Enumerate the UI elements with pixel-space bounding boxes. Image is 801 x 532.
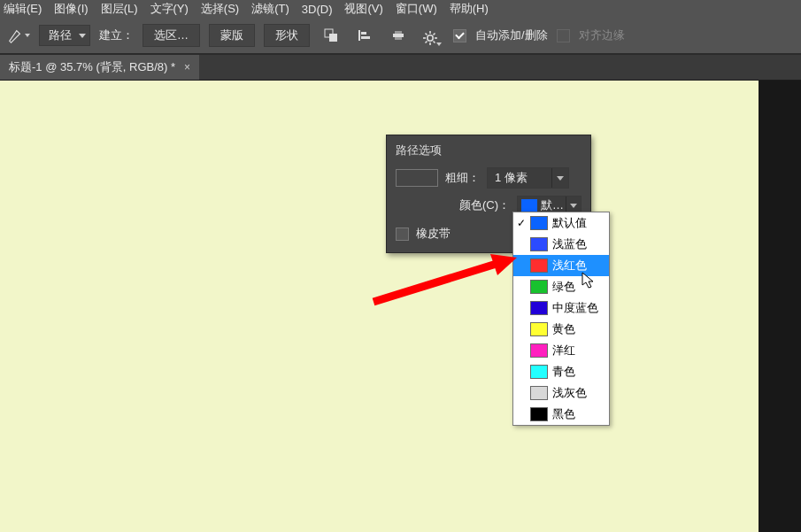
preview-swatch[interactable] <box>396 169 438 187</box>
svg-rect-6 <box>395 31 402 34</box>
rubber-band-checkbox[interactable] <box>396 227 409 241</box>
menu-select[interactable]: 选择(S) <box>201 1 239 17</box>
color-option-label: 黑色 <box>552 407 575 422</box>
rubber-band-label: 橡皮带 <box>416 226 451 242</box>
close-icon[interactable]: × <box>184 61 190 73</box>
svg-rect-7 <box>395 37 402 40</box>
color-option-label: 默认值 <box>552 216 587 231</box>
color-swatch-icon <box>530 237 548 251</box>
menu-3d[interactable]: 3D(D) <box>302 3 333 16</box>
color-option[interactable]: 浅蓝色 <box>513 234 609 255</box>
make-shape-button[interactable]: 形状 <box>264 24 310 47</box>
color-option-label: 浅红色 <box>552 258 587 274</box>
chevron-down-icon <box>79 34 86 38</box>
menu-window[interactable]: 窗口(W) <box>396 1 437 17</box>
annotation-arrow-icon <box>366 247 526 309</box>
color-option[interactable]: 黄色 <box>513 319 609 340</box>
path-settings-button[interactable] <box>420 25 444 46</box>
make-selection-button[interactable]: 选区… <box>142 24 200 47</box>
chevron-down-icon <box>436 42 442 46</box>
color-label: 颜色(C)： <box>459 197 510 213</box>
color-option-label: 洋红 <box>552 343 575 359</box>
color-option-label: 浅蓝色 <box>552 237 587 252</box>
color-swatch-icon <box>530 216 548 230</box>
mouse-cursor-icon <box>581 272 596 289</box>
options-bar: 路径 建立： 选区… 蒙版 形状 自动添加/删除 对齐边缘 <box>0 18 801 54</box>
menu-help[interactable]: 帮助(H) <box>450 1 489 17</box>
color-swatch-icon <box>521 199 537 212</box>
color-swatch-icon <box>530 280 548 294</box>
menu-view[interactable]: 视图(V) <box>344 1 382 17</box>
svg-line-15 <box>426 42 427 43</box>
make-mask-label: 蒙版 <box>220 27 243 43</box>
color-option[interactable]: 浅灰色 <box>513 382 609 404</box>
check-icon: ✓ <box>517 217 526 229</box>
color-swatch-icon <box>530 343 548 358</box>
thickness-label: 粗细： <box>445 170 480 186</box>
path-operations-icon[interactable] <box>319 25 343 46</box>
svg-point-8 <box>427 35 433 41</box>
build-label: 建立： <box>99 27 134 43</box>
menu-bar: 编辑(E) 图像(I) 图层(L) 文字(Y) 选择(S) 滤镜(T) 3D(D… <box>0 0 801 18</box>
popover-title: 路径选项 <box>387 135 590 164</box>
make-selection-label: 选区… <box>154 27 189 43</box>
thickness-input[interactable]: 1 像素 <box>487 167 569 189</box>
document-tab-title: 标题-1 @ 35.7% (背景, RGB/8) * <box>9 59 175 75</box>
path-mode-dropdown[interactable]: 路径 <box>39 25 90 46</box>
svg-rect-1 <box>329 34 337 42</box>
tool-caret-icon[interactable] <box>25 34 30 37</box>
make-shape-label: 形状 <box>275 27 298 43</box>
color-option-label: 中度蓝色 <box>552 301 598 316</box>
color-option[interactable]: ✓默认值 <box>513 212 609 234</box>
svg-rect-4 <box>361 36 370 39</box>
document-tab-bar: 标题-1 @ 35.7% (背景, RGB/8) * × <box>0 54 801 81</box>
svg-line-13 <box>426 34 427 35</box>
align-edges-label: 对齐边缘 <box>579 27 625 43</box>
svg-rect-3 <box>361 32 366 35</box>
menu-text[interactable]: 文字(Y) <box>150 1 189 17</box>
chevron-down-icon[interactable] <box>551 168 568 188</box>
color-swatch-icon <box>530 365 548 379</box>
path-mode-label: 路径 <box>49 27 72 43</box>
thickness-value: 1 像素 <box>488 170 551 186</box>
path-arrange-icon[interactable] <box>386 25 411 46</box>
color-option[interactable]: 青色 <box>513 361 609 382</box>
menu-layer[interactable]: 图层(L) <box>101 1 138 17</box>
color-option-label: 绿色 <box>552 280 575 295</box>
color-swatch-icon <box>530 386 548 400</box>
pen-tool-icon[interactable] <box>7 27 23 43</box>
make-mask-button[interactable]: 蒙版 <box>209 24 255 47</box>
auto-add-delete-checkbox[interactable] <box>453 29 466 42</box>
color-swatch-icon <box>530 407 548 421</box>
menu-image[interactable]: 图像(I) <box>54 1 88 17</box>
color-option-label: 青色 <box>552 365 575 380</box>
color-option[interactable]: 中度蓝色 <box>513 297 609 319</box>
path-align-icon[interactable] <box>352 25 377 46</box>
menu-edit[interactable]: 编辑(E) <box>4 1 42 17</box>
svg-line-14 <box>434 42 435 43</box>
align-edges-checkbox[interactable] <box>557 29 570 42</box>
svg-marker-18 <box>490 254 517 275</box>
menu-filter[interactable]: 滤镜(T) <box>251 1 289 17</box>
color-option-label: 黄色 <box>552 322 575 337</box>
svg-line-17 <box>374 263 499 302</box>
color-swatch-icon <box>530 322 548 336</box>
color-dropdown-list: ✓默认值浅蓝色浅红色绿色中度蓝色黄色洋红青色浅灰色黑色 <box>512 212 610 426</box>
color-swatch-icon <box>530 301 548 315</box>
auto-add-delete-label: 自动添加/删除 <box>475 27 548 43</box>
color-option[interactable]: 洋红 <box>513 340 609 361</box>
document-tab[interactable]: 标题-1 @ 35.7% (背景, RGB/8) * × <box>0 55 199 80</box>
svg-rect-5 <box>393 34 404 37</box>
workspace: 路径选项 粗细： 1 像素 颜色(C)： 默… 橡皮带 ✓默认值浅蓝色浅红色绿色… <box>0 81 801 532</box>
svg-line-16 <box>434 34 435 35</box>
color-swatch-icon <box>530 258 548 273</box>
color-option[interactable]: 黑色 <box>513 404 609 425</box>
color-option-label: 浅灰色 <box>552 386 587 401</box>
